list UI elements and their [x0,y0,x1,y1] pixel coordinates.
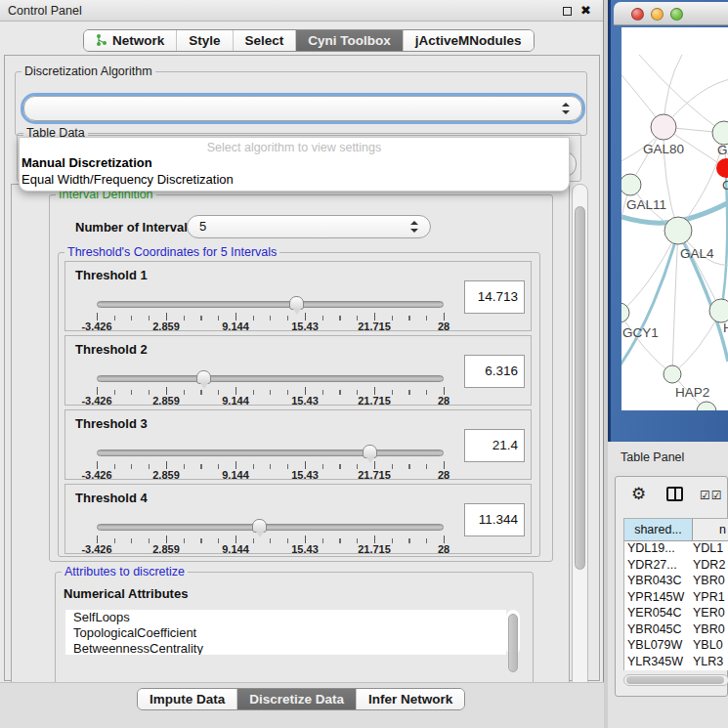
split-columns-icon[interactable] [666,487,683,501]
close-icon[interactable]: ✖ [580,3,591,18]
tab-impute-data[interactable]: Impute Data [138,689,237,709]
network-canvas[interactable]: GAL80GACGAL11GAL4HGCY1HAP2 [621,27,728,410]
attributes-scrollbar-thumb[interactable] [508,614,518,672]
table-cell[interactable]: YLR3 [693,655,728,671]
minimize-traffic-light[interactable] [651,8,664,21]
table-cell[interactable]: YER054C [624,606,693,622]
top-tab-bar: Network Style Select Cyni Toolbox jActiv… [83,29,535,52]
table-cell[interactable]: YBR043C [624,574,693,590]
tab-network[interactable]: Network [84,30,177,51]
table-cell[interactable]: YPR145W [624,590,693,607]
tick-label: 2.859 [152,395,180,407]
network-node-h[interactable] [709,299,728,322]
table-horizontal-scrollbar-thumb[interactable] [626,676,724,684]
network-edge[interactable] [621,313,672,374]
table-row[interactable]: YDR27...YDR2 [624,558,728,575]
table-cell[interactable]: YDL1 [693,541,728,558]
table-cell[interactable]: YDR2 [693,558,728,575]
tab-discretize-data[interactable]: Discretize Data [237,689,357,709]
table-cell[interactable]: YBL079W [624,638,693,655]
threshold-4-value[interactable]: 11.344 [464,503,525,536]
table-row[interactable]: YBR045CYBR0 [624,622,728,639]
tab-style[interactable]: Style [177,30,233,51]
network-edge-thick[interactable] [721,178,727,311]
algorithm-dropdown-popup: Select algorithm to view settings Manual… [19,137,570,192]
settings-scrollbar[interactable] [572,184,588,705]
combo-arrows-icon [562,103,570,114]
threshold-2-value[interactable]: 6.316 [464,355,525,388]
network-node-c[interactable] [716,158,728,178]
network-node-label: HAP2 [675,385,709,400]
threshold-1-slider[interactable] [97,301,444,308]
table-cell[interactable]: YBR0 [693,574,728,590]
table-cell[interactable]: YBL0 [693,638,728,655]
slider-thumb[interactable] [252,519,267,533]
table-horizontal-scrollbar[interactable] [623,674,728,686]
number-of-intervals-combo[interactable]: 5 [187,215,431,238]
control-panel-window: Control Panel ✖ Network Style Select Cyn… [0,0,604,728]
network-node-gcy1[interactable] [621,303,629,322]
table-row[interactable]: YBL079WYBL0 [624,638,728,655]
tab-cyni-toolbox[interactable]: Cyni Toolbox [296,30,404,51]
tab-jactivemnodules[interactable]: jActiveMNodules [404,30,534,51]
attribute-item[interactable]: BetweennessCentrality [65,641,506,655]
thresholds-group-label: Threshold's Coordinates for 5 Intervals [64,245,279,259]
table-row[interactable]: YLR345WYLR3 [624,655,728,671]
network-node-label: GAL80 [643,142,684,156]
tab-infer-network[interactable]: Infer Network [357,689,464,709]
table-cell[interactable]: YBR045C [624,622,693,639]
settings-gear-icon[interactable]: ⚙ [631,484,646,504]
table-cell[interactable]: YDL19... [624,541,693,558]
node-table[interactable]: shared... n YDL19...YDL1YDR27...YDR2YBR0… [623,518,728,670]
attribute-item[interactable]: TopologicalCoefficient [65,625,506,641]
table-row[interactable]: YDL19...YDL1 [624,541,728,558]
numerical-attributes-list[interactable]: SelfLoopsTopologicalCoefficientBetweenne… [65,610,506,655]
threshold-4-slider[interactable] [97,524,444,531]
slider-thumb[interactable] [363,445,377,458]
network-node-ga[interactable] [712,121,728,145]
attribute-item[interactable]: SelfLoops [65,610,506,625]
tick-label: 28 [438,395,450,407]
threshold-1-value[interactable]: 14.713 [464,280,525,314]
zoom-traffic-light[interactable] [670,8,683,21]
network-edge[interactable] [621,231,678,313]
threshold-2-label: Threshold 2 [75,342,148,357]
threshold-2-slider[interactable] [97,375,444,382]
thresholds-group: Threshold's Coordinates for 5 Intervals … [58,252,540,557]
table-cell[interactable]: YDR27... [624,558,693,575]
threshold-3-value[interactable]: 21.4 [464,429,525,462]
attributes-group-label: Attributes to discretize [62,565,188,578]
attributes-scrollbar[interactable] [506,610,520,655]
close-traffic-light[interactable] [631,8,644,21]
threshold-3-slider[interactable] [97,450,444,456]
algorithm-hint: Select algorithm to view settings [20,141,569,154]
slider-thumb[interactable] [289,296,304,310]
select-columns-icon[interactable]: ☑☑ [700,489,723,502]
tab-select[interactable]: Select [234,30,297,51]
algorithm-option-manual[interactable]: Manual Discretization [20,154,569,171]
settings-scrollbar-thumb[interactable] [575,206,585,570]
float-window-icon[interactable] [563,7,572,16]
algorithm-option-equal-width[interactable]: Equal Width/Frequency Discretization [20,171,569,188]
algorithm-combo[interactable] [23,96,582,121]
table-cell[interactable]: YBR0 [693,622,728,639]
table-cell[interactable]: YER0 [693,606,728,622]
table-row[interactable]: YER054CYER0 [624,606,728,622]
table-row[interactable]: YBR043CYBR0 [624,574,728,590]
table-row[interactable]: YPR145WYPR1 [624,590,728,607]
window-title: Control Panel [8,4,82,18]
network-node-gal4[interactable] [664,217,692,244]
network-node[interactable] [697,402,716,410]
column-header-shared-name[interactable]: shared... [624,519,693,540]
slider-tick-labels: -3.4262.8599.14415.4321.71528 [97,321,444,332]
slider-thumb[interactable] [196,370,211,384]
threshold-4-label: Threshold 4 [75,491,148,505]
column-header-name[interactable]: n [693,519,728,540]
network-node-gal11[interactable] [621,174,641,195]
table-cell[interactable]: YPR1 [693,590,728,607]
threshold-4-row: Threshold 4 -3.4262.8599.14415.4321.7152… [64,484,532,554]
network-node-hap2[interactable] [664,365,681,383]
table-rows: YDL19...YDL1YDR27...YDR2YBR043CYBR0YPR14… [624,541,728,670]
network-node-gal80[interactable] [651,114,676,140]
table-cell[interactable]: YLR345W [624,655,693,671]
